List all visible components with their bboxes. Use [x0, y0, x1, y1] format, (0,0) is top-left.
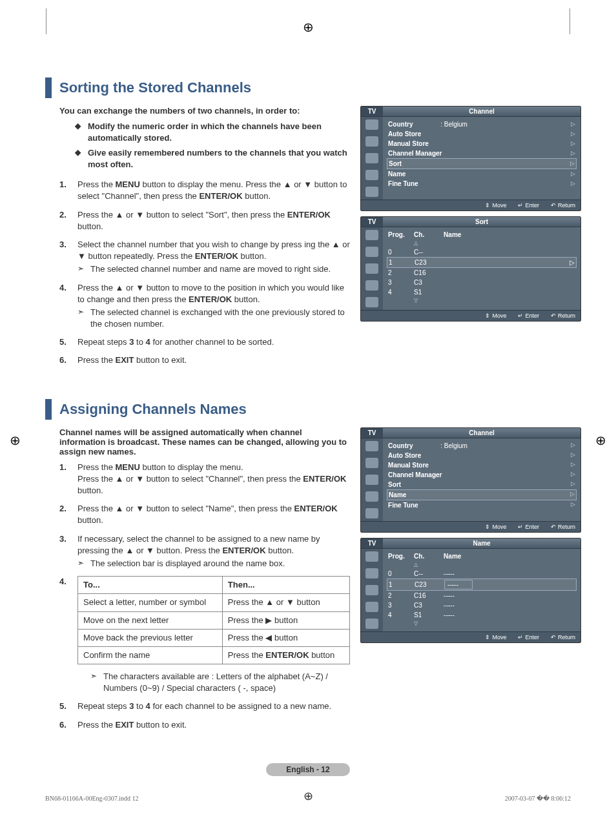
step-item: 6.Press the EXIT button to exit. [59, 354, 350, 366]
step-text: Press the MENU button to display the men… [77, 179, 347, 201]
chevron-right-icon: ▷ [570, 160, 575, 168]
step-number: 3. [59, 533, 67, 545]
osd-icon-strip [361, 438, 383, 521]
title-bar [45, 77, 52, 98]
page-label: English - 12 [266, 763, 350, 776]
osd-prog: 2 [388, 269, 414, 277]
step-item: 1.Press the MENU button to display the m… [59, 179, 350, 202]
step-item: 4.Press the ▲ or ▼ button to move to the… [59, 282, 350, 331]
bullet-item: Give easily remembered numbers to the ch… [75, 147, 350, 170]
osd-list-row: 3C3 [387, 278, 577, 287]
osd-menu-item: Country : Belgium▷ [387, 441, 577, 451]
osd-enter-hint: Enter [518, 634, 539, 640]
table-row: Move back the previous letterPress the ◀… [78, 629, 350, 646]
step-text: Repeat steps 3 to 4 for each channel to … [77, 701, 331, 711]
osd-menu-item: Manual Store▷ [387, 460, 577, 470]
osd-title: Sort [383, 217, 580, 227]
osd-channel-sort: TV Channel Country : Belgium▷Auto Store▷… [360, 106, 581, 211]
osd-return-hint: Return [551, 524, 575, 530]
osd-move-hint: Move [485, 312, 506, 319]
osd-menu-label: Manual Store [388, 461, 429, 469]
osd-return-hint: Return [551, 312, 575, 319]
osd-menu-item: Country : Belgium▷ [387, 119, 577, 129]
step-item: 6.Press the EXIT button to exit. [59, 719, 350, 731]
osd-menu-item: Channel Manager▷ [387, 149, 577, 158]
osd-title: Channel [383, 428, 580, 438]
osd-ch: S1 [414, 611, 444, 619]
osd-menu-label: Sort [388, 480, 401, 489]
osd-enter-hint: Enter [518, 312, 539, 319]
osd-enter-hint: Enter [518, 524, 539, 530]
step-text: Select the channel number that you wish … [77, 240, 350, 261]
scroll-up-icon: △ [387, 561, 577, 569]
osd-menu-label: Name [389, 491, 406, 499]
osd-list-row: 2C16 [387, 268, 577, 278]
osd-list-header: Prog.Ch.Name [387, 551, 577, 561]
step-item: 4. To...Then... Select a letter, number … [59, 576, 350, 694]
osd-icon-strip [361, 227, 383, 310]
osd-prog: 0 [388, 248, 414, 256]
step-text: Press the EXIT button to exit. [77, 355, 187, 365]
osd-name-cell: ----- [444, 611, 575, 619]
intro-text: You can exchange the numbers of two chan… [59, 106, 350, 116]
step-text: If necessary, select the channel to be a… [77, 534, 320, 555]
step-item: 3.If necessary, select the channel to be… [59, 533, 350, 570]
step-item: 5.Repeat steps 3 to 4 for each channel t… [59, 701, 350, 712]
section-title: Assigning Channels Names [59, 399, 247, 420]
osd-menu-item: Auto Store▷ [387, 451, 577, 460]
osd-menu-item: Name▷ [387, 489, 577, 500]
osd-list-row: 0C-- [387, 247, 577, 257]
step-number: 2. [59, 209, 67, 221]
chevron-right-icon: ▷ [571, 170, 575, 178]
section-sorting: Sorting the Stored Channels You can exch… [45, 77, 571, 373]
osd-menu-item: Channel Manager▷ [387, 470, 577, 480]
osd-menu-label: Auto Store [388, 130, 421, 138]
osd-ch: S1 [414, 288, 444, 296]
osd-tv-label: TV [361, 428, 383, 438]
table-cell: Press the ◀ button [222, 629, 349, 646]
chevron-right-icon: ▷ [571, 180, 575, 188]
step-text: Press the EXIT button to exit. [77, 720, 187, 730]
osd-move-hint: Move [485, 524, 506, 530]
step-number: 4. [59, 282, 67, 294]
osd-prog: 3 [388, 601, 414, 610]
table-row: Move on the next letterPress the ▶ butto… [78, 611, 350, 629]
osd-ch: C16 [414, 269, 444, 277]
osd-menu-item: Name▷ [387, 169, 577, 179]
table-cell: Move back the previous letter [78, 629, 223, 646]
osd-prog: 3 [388, 278, 414, 287]
step-text: Repeat steps 3 to 4 for another channel … [77, 337, 274, 347]
table-cell: Move on the next letter [78, 611, 223, 629]
osd-move-hint: Move [485, 634, 506, 640]
osd-icon-strip [361, 117, 383, 200]
osd-name-cell: ----- [444, 569, 575, 578]
scroll-down-icon: ▽ [387, 620, 577, 628]
osd-return-hint: Return [551, 634, 575, 640]
step-number: 1. [59, 179, 67, 190]
section-title: Sorting the Stored Channels [59, 77, 251, 98]
osd-list-row: 1C23----- [387, 579, 577, 591]
osd-menu-label: Channel Manager [388, 149, 442, 158]
osd-ch: C-- [414, 569, 444, 578]
osd-enter-hint: Enter [518, 202, 539, 209]
osd-list-row: 4S1----- [387, 610, 577, 620]
osd-list-row: 2C16----- [387, 591, 577, 600]
step-item: 2.Press the ▲ or ▼ button to select "Sor… [59, 209, 350, 232]
table-header: To... [78, 577, 223, 594]
osd-prog: 4 [388, 611, 414, 619]
step-number: 2. [59, 503, 67, 515]
chevron-right-icon: ▷ [571, 471, 575, 478]
osd-list-header: Prog.Ch.Name [387, 230, 577, 240]
osd-prog: 2 [388, 591, 414, 600]
osd-move-hint: Move [485, 202, 506, 209]
step-item: 5.Repeat steps 3 to 4 for another channe… [59, 336, 350, 348]
step-sub-note: The selected channel is exchanged with t… [77, 307, 350, 330]
osd-tv-label: TV [361, 538, 383, 548]
chevron-right-icon: ▷ [571, 451, 575, 459]
table-cell: Select a letter, number or symbol [78, 594, 223, 611]
osd-menu-label: Channel Manager [388, 471, 442, 479]
osd-ch: C3 [414, 601, 444, 610]
step-number: 5. [59, 701, 67, 712]
osd-name-cell: ----- [444, 601, 575, 610]
title-bar [45, 399, 52, 420]
